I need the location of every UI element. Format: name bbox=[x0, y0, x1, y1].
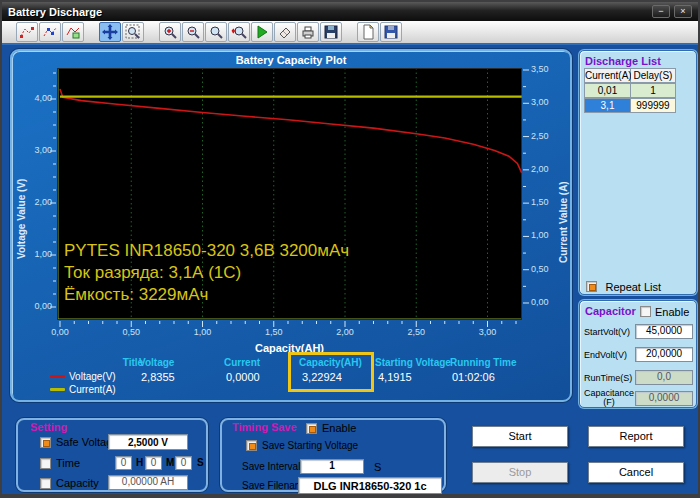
report-button[interactable]: Report bbox=[588, 426, 684, 447]
save-data-icon bbox=[323, 24, 339, 40]
time-minutes-input[interactable]: 0 bbox=[145, 456, 162, 470]
endvolt-input[interactable]: 20,0000 bbox=[635, 347, 693, 362]
x-tick-label: 3,00 bbox=[473, 327, 503, 337]
capacitance-label: Capacitance (F) bbox=[584, 389, 634, 407]
erase-icon bbox=[277, 24, 293, 40]
timing-save-enable-checkbox[interactable] bbox=[306, 423, 317, 434]
save-data-button[interactable] bbox=[320, 22, 342, 42]
zoom-normal-button[interactable] bbox=[205, 22, 227, 42]
x-tick-label: 1,50 bbox=[259, 327, 289, 337]
y-right-tick-label: 3,00 bbox=[531, 97, 565, 107]
plot-legend-button[interactable] bbox=[62, 22, 84, 42]
safe-voltage-checkbox[interactable] bbox=[40, 437, 51, 448]
setting-title: Setting bbox=[30, 421, 67, 433]
repeat-list-row: Repeat List bbox=[586, 277, 661, 295]
pan-move-button[interactable] bbox=[99, 22, 121, 42]
capacitor-enable-label: Enable bbox=[655, 306, 689, 318]
capacity-label: Capacity bbox=[56, 477, 99, 489]
run-button[interactable] bbox=[251, 22, 273, 42]
zoom-previous-button[interactable] bbox=[228, 22, 250, 42]
discharge-row2-delay[interactable]: 999999 bbox=[631, 98, 676, 113]
minimize-icon: − bbox=[658, 6, 663, 16]
y-left-tick-label: 2,00 bbox=[20, 197, 52, 207]
stats-starting-voltage-value: 4,1915 bbox=[378, 371, 412, 383]
capacitance-input[interactable]: 0,0000 bbox=[635, 391, 693, 406]
print-button[interactable] bbox=[297, 22, 319, 42]
capacity-checkbox[interactable] bbox=[40, 478, 51, 489]
y-right-tick-label: 0,50 bbox=[531, 264, 565, 274]
time-hours-input[interactable]: 0 bbox=[115, 456, 132, 470]
y-right-tick-label: 3,50 bbox=[531, 64, 565, 74]
discharge-row1-delay[interactable]: 1 bbox=[631, 83, 676, 98]
stats-current-header: Current bbox=[224, 357, 260, 368]
discharge-col-current-header: Current(A) bbox=[584, 68, 631, 83]
x-tick-label: 1,00 bbox=[188, 327, 218, 337]
y-right-tick-label: 1,50 bbox=[531, 197, 565, 207]
minimize-button[interactable]: − bbox=[652, 5, 670, 18]
y-right-tick-label: 2,00 bbox=[531, 164, 565, 174]
voltage-legend-swatch bbox=[50, 375, 65, 378]
y-right-tick-label: 1,00 bbox=[531, 230, 565, 240]
save-interval-input[interactable]: 1 bbox=[300, 459, 364, 474]
start-button[interactable]: Start bbox=[472, 426, 568, 447]
print-icon bbox=[300, 24, 316, 40]
current-legend-label: Current(A) bbox=[69, 384, 116, 395]
runtime-input[interactable]: 0,0 bbox=[635, 370, 693, 385]
x-tick-label: 2,00 bbox=[330, 327, 360, 337]
zoom-out-button[interactable] bbox=[182, 22, 204, 42]
discharge-row2-current[interactable]: 3,1 bbox=[584, 98, 631, 113]
chart-title: Battery Capacity Plot bbox=[12, 54, 570, 66]
timing-save-panel: Timing Save Enable Save Starting Voltage… bbox=[220, 418, 446, 492]
stats-voltage-header: Voltage bbox=[139, 357, 174, 368]
stop-button[interactable]: Stop bbox=[472, 462, 568, 483]
new-file-button[interactable] bbox=[357, 22, 379, 42]
save-interval-unit: S bbox=[374, 461, 381, 473]
toolbar bbox=[2, 21, 698, 45]
x-tick-label: 0,50 bbox=[116, 327, 146, 337]
discharge-list-table: Current(A) Delay(S) 0,01 1 3,1 999999 bbox=[584, 68, 696, 113]
capacitance-label-line2: (F) bbox=[584, 398, 634, 407]
save-file-button[interactable] bbox=[380, 22, 402, 42]
time-minutes-unit: M bbox=[166, 457, 174, 468]
plot-points-style-button[interactable] bbox=[39, 22, 61, 42]
time-checkbox[interactable] bbox=[40, 458, 51, 469]
zoom-out-icon bbox=[185, 24, 201, 40]
plot-points-style-icon bbox=[42, 24, 58, 40]
annotation-line-2: Ток разряда: 3,1А (1С) bbox=[64, 262, 349, 284]
capacitor-title: Capacitor bbox=[585, 305, 636, 317]
close-button[interactable]: × bbox=[674, 5, 692, 18]
repeat-list-checkbox[interactable] bbox=[586, 281, 597, 292]
y-right-tick-label: 2,50 bbox=[531, 131, 565, 141]
zoom-window-button[interactable] bbox=[122, 22, 144, 42]
toolbar-group-view bbox=[99, 22, 145, 42]
title-bar[interactable]: Battery Discharge − × bbox=[2, 2, 698, 21]
save-file-icon bbox=[383, 24, 399, 40]
safe-voltage-input[interactable]: 2,5000 V bbox=[108, 434, 188, 450]
time-seconds-unit: S bbox=[197, 457, 204, 468]
zoom-in-button[interactable] bbox=[159, 22, 181, 42]
time-seconds-input[interactable]: 0 bbox=[175, 456, 192, 470]
time-label: Time bbox=[56, 457, 80, 469]
plot-line-style-button[interactable] bbox=[16, 22, 38, 42]
save-filename-input[interactable]: DLG INR18650-320 1c bbox=[298, 477, 442, 494]
capacitor-enable-checkbox[interactable] bbox=[640, 306, 651, 317]
capacity-highlight-box bbox=[288, 352, 374, 392]
discharge-list-title: Discharge List bbox=[585, 55, 661, 67]
runtime-label: RunTime(S) bbox=[584, 373, 632, 383]
capacity-input[interactable]: 0,00000 AH bbox=[108, 475, 188, 490]
erase-button[interactable] bbox=[274, 22, 296, 42]
save-starting-voltage-label: Save Starting Voltage bbox=[262, 440, 358, 451]
setting-panel: Setting Safe Voltage 2,5000 V Time 0 H 0… bbox=[16, 418, 208, 492]
discharge-row1-current[interactable]: 0,01 bbox=[584, 83, 631, 98]
save-starting-voltage-checkbox[interactable] bbox=[246, 440, 257, 451]
toolbar-group-file bbox=[357, 22, 403, 42]
stats-current-value: 0,0000 bbox=[226, 371, 260, 383]
cancel-button[interactable]: Cancel bbox=[588, 462, 684, 483]
zoom-normal-icon bbox=[208, 24, 224, 40]
chart-annotation: PYTES INR18650-320 3,6В 3200мАч Ток разр… bbox=[64, 240, 349, 306]
y-left-tick-label: 4,00 bbox=[20, 93, 52, 103]
startvolt-input[interactable]: 45,0000 bbox=[635, 324, 693, 339]
timing-save-title: Timing Save bbox=[232, 421, 297, 433]
stats-running-time-value: 01:02:06 bbox=[452, 371, 495, 383]
y-left-tick-label: 0,00 bbox=[20, 301, 52, 311]
